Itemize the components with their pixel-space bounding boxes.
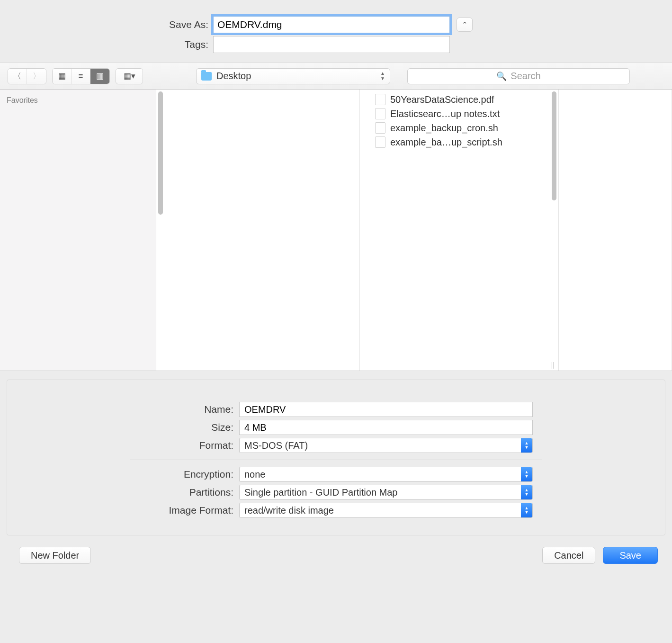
file-name: 50YearsDataScience.pdf xyxy=(390,94,494,105)
new-folder-button[interactable]: New Folder xyxy=(19,547,91,564)
file-name: example_backup_cron.sh xyxy=(390,123,498,134)
save-as-input[interactable] xyxy=(213,16,450,33)
column-3[interactable] xyxy=(559,90,672,371)
file-name: Elasticsearc…up notes.txt xyxy=(390,109,500,119)
file-icon xyxy=(375,136,385,148)
column-resize-handle[interactable]: || xyxy=(550,361,556,369)
save-header: Save As: ⌃ Tags: xyxy=(0,9,672,63)
updown-icon: ▲▼ xyxy=(521,438,532,453)
partitions-label: Partitions: xyxy=(7,487,239,498)
partitions-select[interactable]: Single partition - GUID Partition Map ▲▼ xyxy=(239,485,533,500)
size-label: Size: xyxy=(7,422,239,433)
file-item[interactable]: 50YearsDataScience.pdf xyxy=(375,92,558,107)
format-select[interactable]: MS-DOS (FAT) ▲▼ xyxy=(239,438,533,453)
save-button[interactable]: Save xyxy=(603,547,658,564)
back-button[interactable]: 〈 xyxy=(8,69,27,84)
file-icon xyxy=(375,122,385,134)
updown-icon: ▲▼ xyxy=(380,71,385,81)
chevron-right-icon: 〉 xyxy=(33,71,41,82)
partitions-value: Single partition - GUID Partition Map xyxy=(244,487,397,498)
grid-dropdown-icon: ▦▾ xyxy=(124,71,135,81)
file-item[interactable]: example_backup_cron.sh xyxy=(375,121,558,135)
divider xyxy=(130,460,542,460)
options-panel: Name: Size: Format: MS-DOS (FAT) ▲▼ Encr… xyxy=(7,380,665,535)
column-view-button[interactable]: ▥ xyxy=(90,69,109,84)
encryption-value: none xyxy=(244,469,266,480)
grid-icon: ▦ xyxy=(58,71,66,81)
tags-label: Tags: xyxy=(0,39,213,50)
scrollbar-thumb[interactable] xyxy=(158,91,163,215)
view-mode-buttons: ▦ ≡ ▥ xyxy=(52,68,110,84)
sidebar: Favorites xyxy=(0,90,156,371)
file-browser: Favorites 50YearsDataScience.pdf Elastic… xyxy=(0,90,672,371)
toolbar: 〈 〉 ▦ ≡ ▥ ▦▾ Desktop ▲▼ 🔍 Search xyxy=(0,63,672,90)
file-item[interactable]: Elasticsearc…up notes.txt xyxy=(375,107,558,121)
file-list: 50YearsDataScience.pdf Elasticsearc…up n… xyxy=(360,90,558,149)
list-icon: ≡ xyxy=(79,72,83,81)
folder-icon xyxy=(201,72,212,81)
icon-view-button[interactable]: ▦ xyxy=(53,69,72,84)
file-icon xyxy=(375,108,385,119)
file-name: example_ba…up_script.sh xyxy=(390,137,502,148)
footer: New Folder Cancel Save xyxy=(0,535,672,564)
cancel-button[interactable]: Cancel xyxy=(542,547,595,564)
format-value: MS-DOS (FAT) xyxy=(244,440,308,451)
chevron-left-icon: 〈 xyxy=(13,71,21,82)
name-label: Name: xyxy=(7,404,239,415)
search-input[interactable]: 🔍 Search xyxy=(407,68,630,84)
favorites-header: Favorites xyxy=(7,96,149,105)
expand-toggle-button[interactable]: ⌃ xyxy=(457,18,473,32)
scrollbar-thumb[interactable] xyxy=(552,91,556,200)
nav-buttons: 〈 〉 xyxy=(8,68,46,84)
search-placeholder: Search xyxy=(511,71,540,82)
chevron-up-icon: ⌃ xyxy=(462,20,468,29)
image-format-value: read/write disk image xyxy=(244,505,334,516)
image-format-label: Image Format: xyxy=(7,505,239,516)
image-format-select[interactable]: read/write disk image ▲▼ xyxy=(239,503,533,518)
size-input[interactable] xyxy=(239,420,533,435)
updown-icon: ▲▼ xyxy=(521,485,532,499)
encryption-select[interactable]: none ▲▼ xyxy=(239,467,533,482)
column-1[interactable] xyxy=(156,90,360,371)
list-view-button[interactable]: ≡ xyxy=(72,69,90,84)
group-by-button[interactable]: ▦▾ xyxy=(116,68,143,84)
forward-button[interactable]: 〉 xyxy=(27,69,46,84)
updown-icon: ▲▼ xyxy=(521,467,532,481)
name-input[interactable] xyxy=(239,402,533,417)
columns-icon: ▥ xyxy=(96,71,104,81)
file-item[interactable]: example_ba…up_script.sh xyxy=(375,135,558,149)
location-label: Desktop xyxy=(216,71,251,82)
location-dropdown[interactable]: Desktop ▲▼ xyxy=(196,68,390,84)
format-label: Format: xyxy=(7,440,239,451)
column-2[interactable]: 50YearsDataScience.pdf Elasticsearc…up n… xyxy=(360,90,559,371)
search-icon: 🔍 xyxy=(496,71,507,82)
updown-icon: ▲▼ xyxy=(521,503,532,517)
encryption-label: Encryption: xyxy=(7,469,239,480)
file-icon xyxy=(375,94,385,105)
tags-input[interactable] xyxy=(213,36,450,53)
save-as-label: Save As: xyxy=(0,19,213,30)
